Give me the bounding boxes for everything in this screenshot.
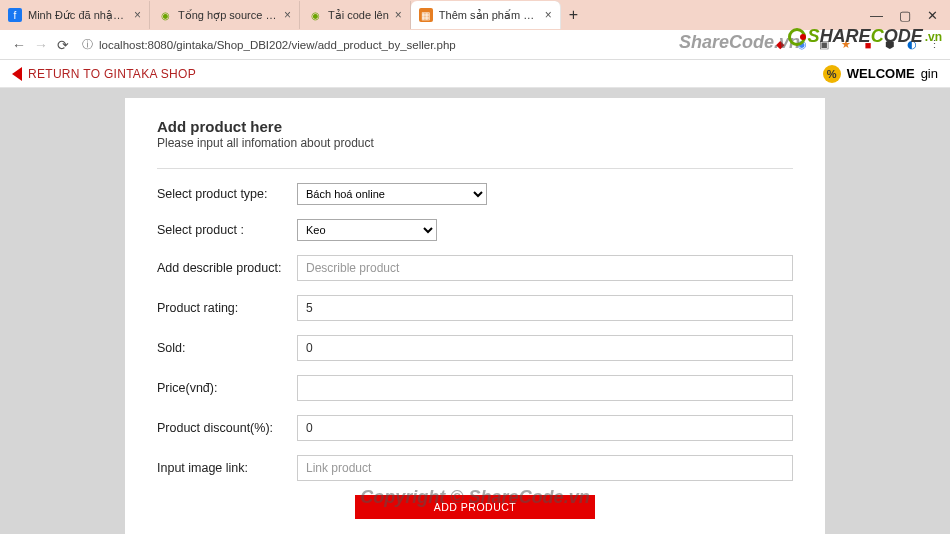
tab-strip: f Minh Đức đã nhận tin đội bóng × ◉ Tổng… xyxy=(0,0,858,30)
close-icon[interactable]: × xyxy=(284,8,291,22)
describe-input[interactable] xyxy=(297,255,793,281)
close-window-icon[interactable]: ✕ xyxy=(927,8,938,23)
new-tab-button[interactable]: + xyxy=(561,6,586,24)
discount-input[interactable] xyxy=(297,415,793,441)
close-icon[interactable]: × xyxy=(134,8,141,22)
label-rating: Product rating: xyxy=(157,301,297,315)
browser-tab-0[interactable]: f Minh Đức đã nhận tin đội bóng × xyxy=(0,1,150,29)
facebook-icon: f xyxy=(8,8,22,22)
label-describe: Add describle product: xyxy=(157,261,297,275)
rating-input[interactable] xyxy=(297,295,793,321)
label-product: Select product : xyxy=(157,223,297,237)
page-title: Add product here xyxy=(157,118,793,135)
extension-icons: ◆ ◉ ▣ ★ ■ ⬢ ◐ ⋮ xyxy=(772,37,942,53)
image-link-input[interactable] xyxy=(297,455,793,481)
label-image: Input image link: xyxy=(157,461,297,475)
close-icon[interactable]: × xyxy=(545,8,552,22)
add-product-button[interactable]: ADD PRODUCT xyxy=(355,495,595,519)
reload-button[interactable]: ⟳ xyxy=(52,37,74,53)
sold-input[interactable] xyxy=(297,335,793,361)
return-link[interactable]: RETURN TO GINTAKA SHOP xyxy=(12,67,196,81)
extension-icon[interactable]: ★ xyxy=(838,37,854,53)
label-product-type: Select product type: xyxy=(157,187,297,201)
form-card: Add product here Please input all infoma… xyxy=(125,98,825,534)
browser-tab-3[interactable]: ▦ Thêm sản phẩm vào shop × xyxy=(411,1,561,29)
price-input[interactable] xyxy=(297,375,793,401)
forward-button[interactable]: → xyxy=(30,37,52,53)
window-controls: — ▢ ✕ xyxy=(858,0,950,30)
browser-titlebar: f Minh Đức đã nhận tin đội bóng × ◉ Tổng… xyxy=(0,0,950,30)
maximize-icon[interactable]: ▢ xyxy=(899,8,911,23)
sharecode-icon: ◉ xyxy=(308,8,322,22)
extension-icon[interactable]: ◆ xyxy=(772,37,788,53)
back-button[interactable]: ← xyxy=(8,37,30,53)
page-topnav: RETURN TO GINTAKA SHOP % WELCOME gin xyxy=(0,60,950,88)
return-label: RETURN TO GINTAKA SHOP xyxy=(28,67,196,81)
label-sold: Sold: xyxy=(157,341,297,355)
label-price: Price(vnđ): xyxy=(157,381,297,395)
tab-title: Minh Đức đã nhận tin đội bóng xyxy=(28,9,128,22)
arrow-left-icon xyxy=(12,67,22,81)
address-bar: ← → ⟳ ⓘ localhost:8080/gintaka/Shop_DBI2… xyxy=(0,30,950,60)
label-discount: Product discount(%): xyxy=(157,421,297,435)
welcome-user: gin xyxy=(921,66,938,81)
extension-icon[interactable]: ◐ xyxy=(904,37,920,53)
welcome-badge: % WELCOME gin xyxy=(823,65,938,83)
sharecode-icon: ◉ xyxy=(158,8,172,22)
tab-title: Thêm sản phẩm vào shop xyxy=(439,9,539,22)
extension-icon[interactable]: ▣ xyxy=(816,37,832,53)
url-text: localhost:8080/gintaka/Shop_DBI202/view/… xyxy=(99,39,456,51)
url-input[interactable]: ⓘ localhost:8080/gintaka/Shop_DBI202/vie… xyxy=(82,37,764,52)
page-subtitle: Please input all infomation about produc… xyxy=(157,136,793,150)
tab-title: Tải code lên xyxy=(328,9,389,22)
document-icon: ▦ xyxy=(419,8,433,22)
product-select[interactable]: Keo xyxy=(297,219,437,241)
menu-icon[interactable]: ⋮ xyxy=(926,37,942,53)
extension-icon[interactable]: ⬢ xyxy=(882,37,898,53)
close-icon[interactable]: × xyxy=(395,8,402,22)
info-icon: ⓘ xyxy=(82,37,93,52)
minimize-icon[interactable]: — xyxy=(870,8,883,23)
welcome-prefix: WELCOME xyxy=(847,66,915,81)
browser-tab-1[interactable]: ◉ Tổng hợp source code chất lượn × xyxy=(150,1,300,29)
extension-icon[interactable]: ◉ xyxy=(794,37,810,53)
extension-icon[interactable]: ■ xyxy=(860,37,876,53)
tab-title: Tổng hợp source code chất lượn xyxy=(178,9,278,22)
divider xyxy=(157,168,793,169)
product-type-select[interactable]: Bách hoá online xyxy=(297,183,487,205)
browser-tab-2[interactable]: ◉ Tải code lên × xyxy=(300,1,411,29)
percent-icon: % xyxy=(823,65,841,83)
